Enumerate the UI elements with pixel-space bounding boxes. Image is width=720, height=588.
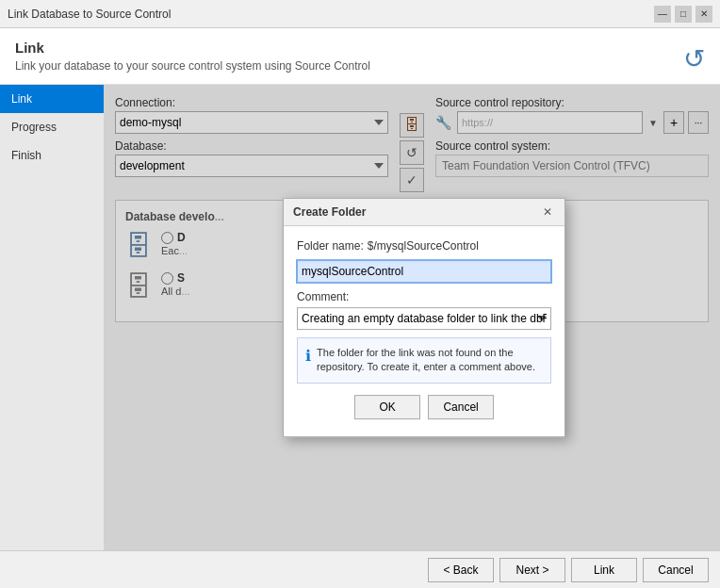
dialog-cancel-button[interactable]: Cancel (428, 395, 494, 419)
header-description: Link your database to your source contro… (15, 59, 370, 73)
header-section: Link Link your database to your source c… (0, 28, 720, 85)
footer: < Back Next > Link Cancel (0, 550, 720, 588)
dialog-footer: OK Cancel (297, 395, 551, 423)
link-button[interactable]: Link (571, 558, 637, 582)
next-button[interactable]: Next > (499, 558, 565, 582)
dialog-body: Folder name: $/mysqlSourceControl Commen… (284, 226, 565, 436)
sidebar: Link Progress Finish (0, 85, 104, 550)
create-folder-dialog: Create Folder ✕ Folder name: $/mysqlSour… (283, 198, 565, 437)
minimize-button[interactable]: — (654, 6, 671, 23)
header-icon: ↺ (683, 43, 705, 74)
dialog-info-box: ℹ The folder for the link was not found … (297, 337, 551, 384)
comment-label: Comment: (297, 290, 551, 303)
folder-name-input[interactable] (297, 260, 551, 283)
dialog-ok-button[interactable]: OK (354, 395, 420, 419)
back-button[interactable]: < Back (428, 558, 494, 582)
header-title: Link (15, 40, 370, 56)
header-left: Link Link your database to your source c… (15, 40, 370, 73)
main-content: Connection: demo-mysql Database: develop… (104, 85, 720, 550)
title-bar: Link Database to Source Control — □ ✕ (0, 0, 720, 28)
comment-select[interactable]: Creating an empty database folder to lin… (297, 307, 551, 330)
folder-name-path: $/mysqlSourceControl (368, 239, 479, 253)
content-area: Link Progress Finish Connection: (0, 85, 720, 550)
maximize-button[interactable]: □ (675, 6, 692, 23)
dialog-title: Create Folder (293, 205, 366, 219)
window-controls: — □ ✕ (654, 6, 712, 23)
info-icon: ℹ (305, 347, 311, 375)
folder-name-label: Folder name: (297, 239, 364, 253)
close-button[interactable]: ✕ (695, 6, 712, 23)
sidebar-item-finish[interactable]: Finish (0, 141, 104, 170)
sidebar-item-progress[interactable]: Progress (0, 113, 104, 141)
dialog-title-bar: Create Folder ✕ (284, 199, 565, 226)
cancel-button[interactable]: Cancel (643, 558, 709, 582)
dialog-close-button[interactable]: ✕ (540, 204, 555, 220)
window-title: Link Database to Source Control (8, 8, 171, 21)
sidebar-item-link[interactable]: Link (0, 85, 104, 113)
folder-name-row: Folder name: $/mysqlSourceControl (297, 239, 551, 253)
main-window: Link Link your database to your source c… (0, 28, 720, 588)
info-text: The folder for the link was not found on… (317, 346, 543, 375)
